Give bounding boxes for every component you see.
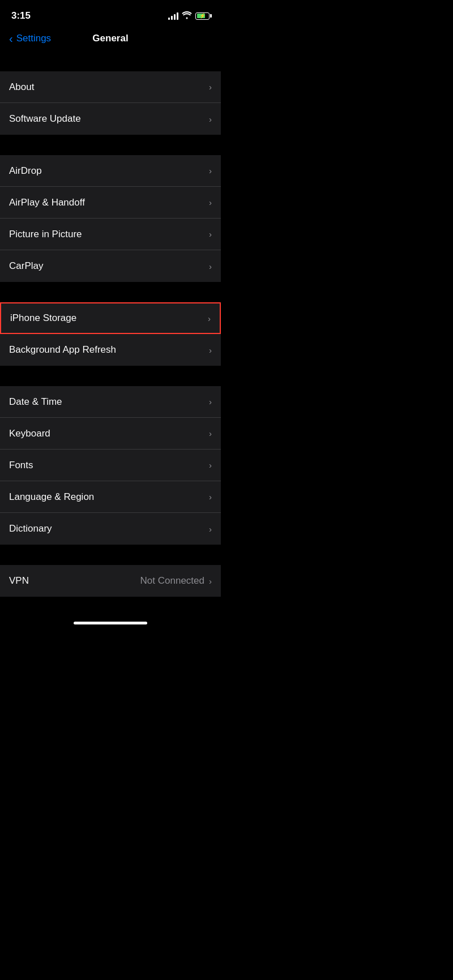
settings-item-label-about: About <box>9 82 34 93</box>
section-gap-1 <box>0 51 221 71</box>
settings-item-vpn[interactable]: VPN Not Connected › <box>0 565 221 597</box>
section-gap-4 <box>0 366 221 386</box>
chevron-right-icon: › <box>209 262 212 271</box>
status-icons: ⚡ <box>168 11 210 21</box>
section-gap-5 <box>0 545 221 565</box>
signal-icon <box>168 12 178 20</box>
settings-item-label-carplay: CarPlay <box>9 260 43 272</box>
home-indicator <box>0 617 221 627</box>
settings-item-label-software-update: Software Update <box>9 113 81 125</box>
chevron-right-icon: › <box>209 460 212 470</box>
settings-group-4: Date & Time › Keyboard › Fonts › Languag… <box>0 386 221 545</box>
settings-item-carplay[interactable]: CarPlay › <box>0 250 221 282</box>
chevron-right-icon: › <box>209 429 212 438</box>
home-indicator-bar <box>74 622 147 624</box>
settings-group-2: AirDrop › AirPlay & Handoff › Picture in… <box>0 155 221 282</box>
page-title: General <box>92 33 128 44</box>
wifi-icon <box>182 11 192 21</box>
settings-item-background-app-refresh[interactable]: Background App Refresh › <box>0 334 221 366</box>
settings-item-label-fonts: Fonts <box>9 460 33 471</box>
settings-group-5: VPN Not Connected › <box>0 565 221 597</box>
settings-item-label-dictionary: Dictionary <box>9 523 52 534</box>
vpn-status-value: Not Connected <box>140 575 204 587</box>
settings-item-picture-in-picture[interactable]: Picture in Picture › <box>0 219 221 250</box>
chevron-right-icon: › <box>209 492 212 502</box>
section-gap-3 <box>0 282 221 302</box>
status-time: 3:15 <box>11 10 31 22</box>
chevron-right-icon: › <box>209 576 212 586</box>
settings-item-about[interactable]: About › <box>0 71 221 103</box>
chevron-right-icon: › <box>209 114 212 124</box>
settings-item-iphone-storage[interactable]: iPhone Storage › <box>0 302 221 334</box>
settings-item-label-airplay-handoff: AirPlay & Handoff <box>9 197 85 208</box>
settings-item-label-date-time: Date & Time <box>9 396 62 408</box>
chevron-right-icon: › <box>208 314 211 323</box>
settings-item-keyboard[interactable]: Keyboard › <box>0 418 221 450</box>
settings-item-label-vpn: VPN <box>9 575 29 587</box>
back-button[interactable]: ‹ Settings <box>9 32 51 45</box>
chevron-right-icon: › <box>209 82 212 92</box>
settings-item-fonts[interactable]: Fonts › <box>0 450 221 481</box>
settings-item-label-background-app-refresh: Background App Refresh <box>9 344 116 356</box>
back-chevron-icon: ‹ <box>9 32 13 45</box>
nav-bar: ‹ Settings General <box>0 28 221 51</box>
section-gap-bottom <box>0 597 221 617</box>
settings-group-1: About › Software Update › <box>0 71 221 135</box>
settings-item-dictionary[interactable]: Dictionary › <box>0 513 221 545</box>
section-gap-2 <box>0 135 221 155</box>
settings-item-software-update[interactable]: Software Update › <box>0 103 221 135</box>
status-bar: 3:15 ⚡ <box>0 0 221 28</box>
settings-item-airdrop[interactable]: AirDrop › <box>0 155 221 187</box>
chevron-right-icon: › <box>209 397 212 406</box>
settings-item-label-iphone-storage: iPhone Storage <box>10 313 76 324</box>
settings-item-label-picture-in-picture: Picture in Picture <box>9 229 82 240</box>
chevron-right-icon: › <box>209 229 212 239</box>
settings-item-date-time[interactable]: Date & Time › <box>0 386 221 418</box>
chevron-right-icon: › <box>209 198 212 207</box>
chevron-right-icon: › <box>209 524 212 534</box>
chevron-right-icon: › <box>209 166 212 176</box>
settings-item-language-region[interactable]: Language & Region › <box>0 481 221 513</box>
chevron-right-icon: › <box>209 345 212 355</box>
settings-item-airplay-handoff[interactable]: AirPlay & Handoff › <box>0 187 221 219</box>
settings-item-label-language-region: Language & Region <box>9 491 94 503</box>
settings-group-3: iPhone Storage › Background App Refresh … <box>0 302 221 366</box>
back-label: Settings <box>16 33 51 44</box>
settings-item-label-airdrop: AirDrop <box>9 165 42 177</box>
battery-icon: ⚡ <box>195 12 210 20</box>
settings-item-label-keyboard: Keyboard <box>9 428 50 439</box>
